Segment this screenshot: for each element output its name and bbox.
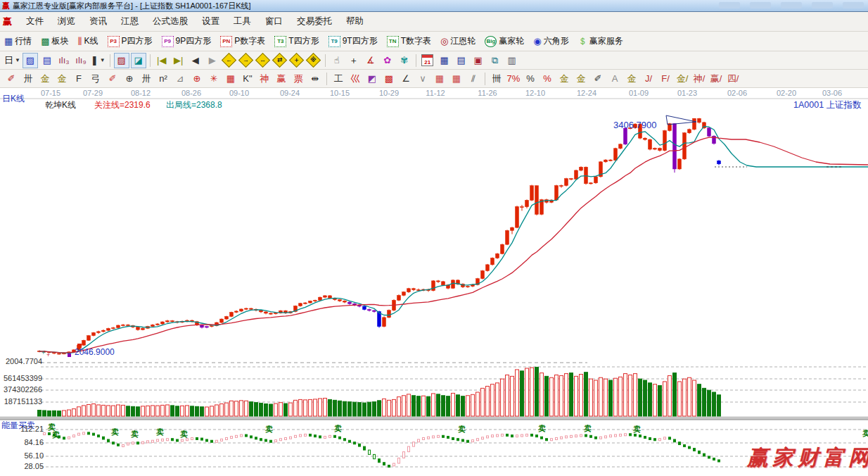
j-angle-icon[interactable]: J/: [641, 71, 656, 87]
f-grid-icon[interactable]: F: [71, 71, 87, 87]
percent-strike-icon[interactable]: 7%: [506, 71, 521, 87]
hand-tool-icon[interactable]: ☝: [329, 53, 345, 68]
red-fan-icon[interactable]: 巛: [347, 71, 363, 87]
title-bar[interactable]: 赢 赢家江恩专业版[赢家内部服务平台] - [上证指数 SH1A0001-167…: [0, 0, 868, 12]
f-angle-icon[interactable]: F/: [658, 71, 673, 87]
menu-file[interactable]: 文件: [19, 15, 51, 27]
menu-help[interactable]: 帮助: [339, 15, 371, 27]
ying-tool-icon[interactable]: 赢: [274, 71, 289, 87]
n-square-icon[interactable]: n²: [155, 71, 171, 87]
red-grid-a-icon[interactable]: ▦: [432, 71, 447, 87]
candle-type-selector-icon[interactable]: ❚▼: [90, 53, 106, 68]
diamond-cross-icon[interactable]: ＋: [289, 53, 305, 68]
menu-tools[interactable]: 工具: [226, 15, 258, 27]
drag-pen-icon[interactable]: ✐: [590, 71, 606, 87]
gold-line-icon[interactable]: 金: [573, 71, 589, 87]
menu-news[interactable]: 资讯: [82, 15, 114, 27]
step-back-icon[interactable]: ◀: [188, 53, 203, 68]
toolbar-9t-square-button[interactable]: T99T四方形: [328, 35, 378, 47]
menu-settings[interactable]: 设置: [195, 15, 226, 27]
toolbar-p-number-table-button[interactable]: PNP数字表: [220, 35, 265, 47]
print-tool-icon[interactable]: ▥: [504, 53, 520, 68]
a-angle-icon[interactable]: A: [607, 71, 623, 87]
seal-tool-icon[interactable]: ✿: [380, 53, 395, 68]
percent-line-icon[interactable]: %: [540, 71, 555, 87]
red-grid-b-icon[interactable]: ▦: [449, 71, 464, 87]
toolbar-9p-square-button[interactable]: P99P四方形: [162, 35, 212, 47]
gold-grid-2-icon[interactable]: 金: [54, 71, 70, 87]
gann-pen-icon[interactable]: ✐: [4, 71, 19, 87]
diamond-h-expand-icon[interactable]: ↔: [255, 53, 271, 68]
gold-underline-icon[interactable]: 金: [624, 71, 639, 87]
bars-3-view-icon[interactable]: ılı₃: [56, 53, 72, 68]
calculator-tool-icon[interactable]: ▦: [437, 53, 452, 68]
toolbar-t-square-button[interactable]: T3T四方形: [274, 35, 319, 47]
toolbar-market-quotes-button[interactable]: ▦行情: [4, 35, 32, 47]
si-angle-icon[interactable]: 四/: [725, 71, 741, 87]
toolbar-p-square-button[interactable]: P3P四方形: [108, 35, 153, 47]
bars-9-view-icon[interactable]: ılı₉: [73, 53, 89, 68]
red-web-circle-icon[interactable]: ✳: [206, 71, 222, 87]
purple-fan-square-icon[interactable]: ◩: [364, 71, 380, 87]
indicator-axis-label-3: 56.10: [0, 451, 44, 460]
angle-measure-tool-icon[interactable]: ∡: [363, 53, 378, 68]
red-net-square-icon[interactable]: ▩: [381, 71, 397, 87]
toolbar-winner-wheel-button[interactable]: Big赢家轮: [485, 35, 524, 47]
menu-window[interactable]: 窗口: [258, 15, 290, 27]
qiankun-kline-view-icon[interactable]: ▨: [114, 53, 129, 68]
histogram-tool-icon[interactable]: 卌: [489, 71, 504, 87]
diamond-h-shrink-icon[interactable]: ⇄: [272, 53, 288, 68]
angle-lines-icon[interactable]: ∠: [398, 71, 414, 87]
menu-browse[interactable]: 浏览: [51, 15, 82, 27]
toolbar-hexagon-button[interactable]: ◉六角形: [533, 35, 568, 47]
gold-angle-icon[interactable]: 金/: [675, 71, 690, 87]
toolbar-gann-wheel-button[interactable]: ◎江恩轮: [440, 35, 476, 47]
k-quote-tool-icon[interactable]: K": [240, 71, 255, 87]
menu-gann[interactable]: 江恩: [114, 15, 146, 27]
goto-last-icon[interactable]: ▶|: [171, 53, 186, 68]
period-day-selector-icon[interactable]: 日▼: [4, 53, 21, 68]
menu-formula-stock-pick[interactable]: 公式选股: [146, 15, 195, 27]
toolbar-winner-service-button[interactable]: ＄赢家服务: [578, 35, 623, 47]
shen-tool-icon[interactable]: 神: [257, 71, 272, 87]
red-web-square-icon[interactable]: ▦: [223, 71, 238, 87]
ying-angle-icon[interactable]: 赢/: [708, 71, 724, 87]
save-tool-icon[interactable]: ▣: [471, 53, 486, 68]
goto-first-icon[interactable]: |◀: [154, 53, 170, 68]
notebook-tool-icon[interactable]: ▤: [454, 53, 469, 68]
spiral-tool-icon[interactable]: 弓: [88, 71, 103, 87]
piao-grid-icon[interactable]: 票: [291, 71, 306, 87]
chart-area[interactable]: 07-1507-2908-1208-2609-1009-2410-1510-29…: [0, 88, 868, 476]
period-label[interactable]: 日K线: [2, 93, 25, 105]
diamond-all-icon[interactable]: ※: [306, 53, 321, 68]
toolbar-kline-button[interactable]: ⫼K线: [78, 35, 98, 47]
calendar-tool-icon[interactable]: 21: [420, 53, 435, 68]
pattern-view-icon[interactable]: ▨: [23, 53, 38, 68]
color-volume-view-icon[interactable]: ◪: [131, 53, 146, 68]
toolbar-sectors-button[interactable]: ▩板块: [41, 35, 68, 47]
red-pen-icon[interactable]: ✐: [105, 71, 120, 87]
percent-tool-icon[interactable]: %: [523, 71, 538, 87]
gold-circle-icon[interactable]: 金: [556, 71, 572, 87]
crosshair-tool-icon[interactable]: ＋: [346, 53, 362, 68]
gong-square-icon[interactable]: 工: [331, 71, 346, 87]
circle-scale-icon[interactable]: ⊕: [122, 71, 137, 87]
v-lines-icon[interactable]: ∨: [415, 71, 430, 87]
brain-tool-icon[interactable]: ✾: [397, 53, 412, 68]
grid-tool-icon[interactable]: 卅: [20, 71, 36, 87]
angle-ruler-icon[interactable]: ⊿: [172, 71, 188, 87]
h-arrow-tool-icon[interactable]: ⇹: [307, 71, 323, 87]
toolbar-t-number-table-button[interactable]: TNT数字表: [387, 35, 431, 47]
diamond-right-icon[interactable]: →: [238, 53, 254, 68]
chart-canvas[interactable]: 07-1507-2908-1208-2609-1009-2410-1510-29…: [0, 88, 868, 476]
shen-angle-icon[interactable]: 神/: [691, 71, 707, 87]
diamond-left-icon[interactable]: ←: [222, 53, 237, 68]
grid-tool-2-icon[interactable]: 卅: [139, 71, 154, 87]
network-tool-icon[interactable]: ⧉: [487, 53, 503, 68]
step-forward-icon[interactable]: ▶: [205, 53, 220, 68]
parallel-lines-icon[interactable]: ⫽: [466, 71, 481, 87]
menu-trade-entrust[interactable]: 交易委托: [290, 15, 339, 27]
gold-grid-1-icon[interactable]: 金: [37, 71, 53, 87]
red-crosshair-circle-icon[interactable]: ⊕: [189, 71, 205, 87]
info-doc-icon[interactable]: ▤: [39, 53, 55, 68]
